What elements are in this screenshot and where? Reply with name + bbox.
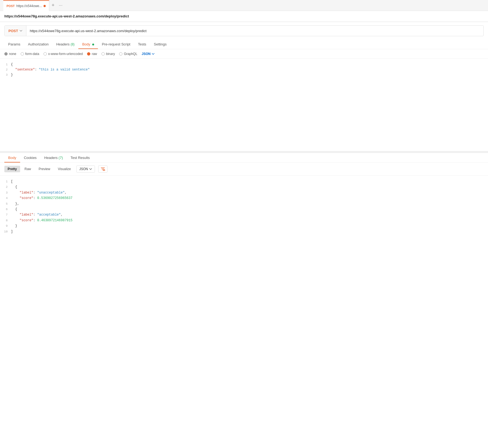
active-tab[interactable]: POST https://x544owe... — [3, 0, 49, 11]
response-tab-test-results[interactable]: Test Results — [67, 153, 94, 162]
format-raw-button[interactable]: Raw — [21, 166, 34, 172]
response-body-viewer: 1 [ 2 { 3 "label": "unacceptable", 4 "sc… — [0, 176, 488, 238]
tab-bar: POST https://x544owe... + ··· — [0, 0, 488, 11]
response-format-bar: Pretty Raw Preview Visualize JSON — [0, 163, 488, 176]
resp-line-3: 3 "label": "unacceptable", — [0, 190, 488, 195]
resp-line-1: 1 [ — [0, 179, 488, 184]
tab-body[interactable]: Body — [78, 39, 98, 49]
resp-line-10: 10 ] — [0, 229, 488, 234]
response-tab-body[interactable]: Body — [4, 153, 20, 162]
filter-icon — [101, 167, 105, 171]
request-body-editor[interactable]: 1 { 2 "sentence": "this is a valid sente… — [0, 59, 488, 151]
filter-button[interactable] — [98, 165, 107, 173]
resp-line-4: 4 "score": 0.5369027256965637 — [0, 195, 488, 201]
tab-url: https://x544owe... — [16, 4, 42, 8]
body-type-binary[interactable]: binary — [101, 52, 115, 56]
radio-binary — [101, 52, 105, 56]
method-value: POST — [8, 29, 18, 33]
response-tab-cookies[interactable]: Cookies — [20, 153, 41, 162]
resp-line-8: 8 "score": 0.4630972146987915 — [0, 218, 488, 223]
radio-none — [4, 52, 8, 56]
json-dropdown[interactable]: JSON — [142, 52, 155, 56]
resp-line-9: 9 } — [0, 223, 488, 229]
code-line-1: 1 { — [0, 62, 488, 67]
tab-tests[interactable]: Tests — [134, 39, 150, 49]
resp-line-6: 6 { — [0, 207, 488, 212]
code-line-3: 3 } — [0, 72, 488, 78]
body-type-form-data[interactable]: form-data — [21, 52, 39, 56]
new-tab-button[interactable]: + — [49, 2, 57, 9]
chevron-down-icon — [89, 168, 92, 170]
radio-raw — [87, 52, 90, 56]
chevron-down-icon — [152, 53, 155, 55]
body-type-graphql[interactable]: GraphQL — [119, 52, 137, 56]
body-type-bar: none form-data x-www-form-urlencoded raw… — [0, 49, 488, 59]
format-visualize-button[interactable]: Visualize — [55, 166, 74, 172]
chevron-down-icon — [20, 29, 22, 32]
radio-graphql — [119, 52, 122, 56]
request-bar: POST — [4, 25, 484, 36]
response-json-dropdown[interactable]: JSON — [76, 165, 95, 173]
method-select[interactable]: POST — [5, 26, 26, 36]
tab-params[interactable]: Params — [4, 39, 24, 49]
resp-line-7: 7 "label": "acceptable", — [0, 212, 488, 217]
headers-badge: (8) — [70, 42, 75, 46]
tab-authorization[interactable]: Authorization — [24, 39, 52, 49]
response-section: Body Cookies Headers (7) Test Results Pr… — [0, 151, 488, 238]
resp-line-5: 5 }, — [0, 201, 488, 207]
tab-dot-orange — [44, 5, 46, 7]
format-pretty-button[interactable]: Pretty — [4, 166, 20, 172]
response-tabs-nav: Body Cookies Headers (7) Test Results — [0, 153, 488, 163]
body-type-none[interactable]: none — [4, 52, 16, 56]
tab-headers[interactable]: Headers (8) — [52, 39, 78, 49]
url-input[interactable] — [26, 29, 483, 33]
url-display: https://x544owe78g.execute-api.us-west-2… — [0, 11, 488, 22]
radio-form-data — [21, 52, 24, 56]
body-type-raw[interactable]: raw — [87, 52, 97, 56]
code-line-2: 2 "sentence": "this is a valid sentence" — [0, 67, 488, 72]
body-dot — [92, 44, 94, 45]
response-tab-headers[interactable]: Headers (7) — [41, 153, 67, 162]
tab-settings[interactable]: Settings — [150, 39, 171, 49]
method-label: POST — [7, 4, 15, 8]
body-type-urlencoded[interactable]: x-www-form-urlencoded — [44, 52, 83, 56]
more-options-button[interactable]: ··· — [57, 2, 64, 9]
resp-line-2: 2 { — [0, 184, 488, 190]
tab-prerequest[interactable]: Pre-request Script — [98, 39, 134, 49]
radio-urlencoded — [44, 52, 47, 56]
request-tabs-nav: Params Authorization Headers (8) Body Pr… — [0, 39, 488, 49]
format-preview-button[interactable]: Preview — [35, 166, 54, 172]
